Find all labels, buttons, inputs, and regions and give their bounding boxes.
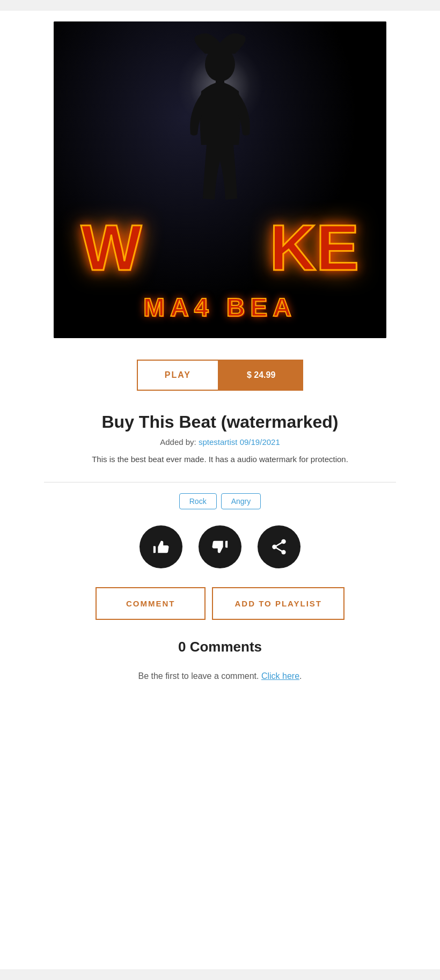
- comments-count: 0 Comments: [178, 639, 262, 655]
- divider: [44, 482, 396, 482]
- letter-ke: KE: [269, 210, 359, 284]
- comment-button[interactable]: COMMENT: [96, 587, 206, 620]
- thumbs-up-button[interactable]: [140, 525, 182, 568]
- tag-rock[interactable]: Rock: [179, 493, 217, 509]
- play-button[interactable]: PLAY: [137, 360, 219, 391]
- letter-w: W: [81, 210, 139, 284]
- action-buttons-row: COMMENT ADD TO PLAYLIST: [96, 587, 344, 620]
- action-icons-row: [140, 525, 300, 568]
- wicked-text: W KE: [54, 210, 386, 284]
- tag-angry[interactable]: Angry: [221, 493, 261, 509]
- share-button[interactable]: [258, 525, 300, 568]
- tags-row: Rock Angry: [179, 493, 261, 509]
- period: .: [299, 671, 302, 681]
- username-link[interactable]: sptestartist: [199, 437, 238, 447]
- first-comment: Be the first to leave a comment. Click h…: [138, 671, 302, 681]
- silhouette-svg: [172, 32, 268, 215]
- price-button[interactable]: $ 24.99: [219, 360, 303, 391]
- share-icon: [270, 538, 288, 556]
- description: This is the best beat ever made. It has …: [92, 453, 348, 466]
- thumbs-up-icon: [152, 538, 170, 556]
- added-by-row: Added by: sptestartist 09/19/2021: [160, 437, 280, 447]
- date-label: 09/19/2021: [240, 437, 280, 447]
- beat-title: Buy This Beat (watermarked): [101, 412, 338, 432]
- album-art: W KE MA4 BEA: [54, 21, 386, 338]
- page-container: W KE MA4 BEA PLAY $ 24.99 Buy This Beat …: [0, 11, 440, 969]
- added-by-prefix: Added by:: [160, 437, 196, 447]
- thumbs-down-button[interactable]: [199, 525, 241, 568]
- empty-comment-message: Be the first to leave a comment.: [138, 671, 259, 681]
- click-here-link[interactable]: Click here: [261, 671, 299, 681]
- add-to-playlist-button[interactable]: ADD TO PLAYLIST: [212, 587, 344, 620]
- subtitle-text: MA4 BEA: [54, 292, 386, 322]
- album-art-wrapper: W KE MA4 BEA: [0, 11, 440, 349]
- buttons-row: PLAY $ 24.99: [137, 360, 304, 391]
- thumbs-down-icon: [211, 538, 229, 556]
